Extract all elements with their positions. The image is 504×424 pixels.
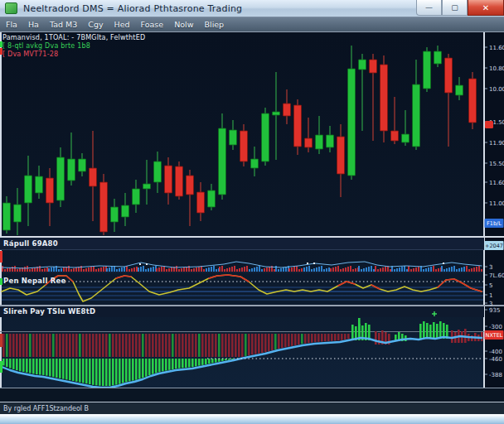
menu-item-4[interactable]: Hed xyxy=(114,20,130,29)
menu-item-2[interactable]: Tad M3 xyxy=(50,20,77,29)
axis-separator xyxy=(483,32,485,388)
menu-item-6[interactable]: Nolw xyxy=(174,20,193,29)
title-bar: Neeltradord DMS = Aliorad Pthtasrone Tra… xyxy=(0,0,504,17)
menu-bar: FlaHaTad M3CgyHedFoaseNolwBliep xyxy=(0,17,504,31)
status-text: By rgled AFF1Stzandeol B xyxy=(3,405,89,412)
instrument-label: Pamanvisd, 1TOAL: - 7BMGIta, FelwthtED xyxy=(2,34,145,41)
window-controls: — ▢ ✕ xyxy=(416,0,504,15)
status-bar: By rgled AFF1Stzandeol B xyxy=(0,402,504,415)
panel2-header xyxy=(0,238,484,249)
bottom-taskbar-edge xyxy=(0,414,504,424)
price-axis[interactable] xyxy=(485,31,504,388)
panel4-zero-line xyxy=(0,331,484,332)
indicator-label-red: [ Dva MVT71-28 xyxy=(2,51,58,58)
panel2-title: Rápull 69A80 xyxy=(3,239,58,248)
menu-item-5[interactable]: Foase xyxy=(141,20,164,29)
minimize-button[interactable]: — xyxy=(416,0,442,16)
menu-item-1[interactable]: Ha xyxy=(28,20,39,29)
menu-item-7[interactable]: Bliep xyxy=(204,20,224,29)
chart-plot-area[interactable] xyxy=(0,31,485,388)
plot-left-border xyxy=(0,32,2,388)
app-icon xyxy=(5,2,17,14)
maximize-button[interactable]: ▢ xyxy=(442,0,468,16)
menu-item-3[interactable]: Cgy xyxy=(88,20,103,29)
window-title: Neeltradord DMS = Aliorad Pthtasrone Tra… xyxy=(23,3,242,14)
close-button[interactable]: ✕ xyxy=(468,0,504,16)
panel4-title: Slireh Pay TSlu WE8tD xyxy=(3,307,95,316)
indicator-label-green: [ 8-qtl avkg Dva brte 1b8 xyxy=(2,42,90,50)
menu-item-0[interactable]: Fla xyxy=(6,20,17,29)
time-axis[interactable] xyxy=(0,388,504,402)
panel3-title: Pen Nepall Ree xyxy=(3,277,65,285)
panel2-header-underline xyxy=(0,249,484,250)
